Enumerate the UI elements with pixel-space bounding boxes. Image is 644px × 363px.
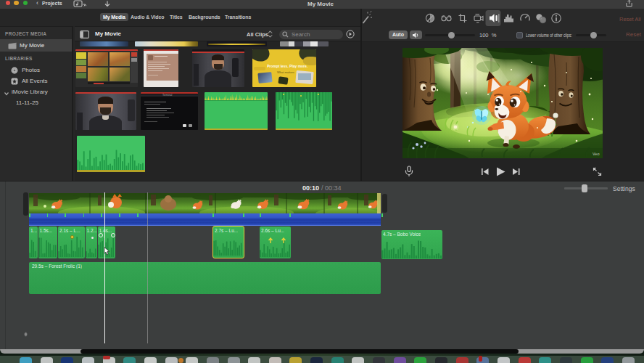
svg-text:Veo: Veo — [593, 152, 599, 156]
